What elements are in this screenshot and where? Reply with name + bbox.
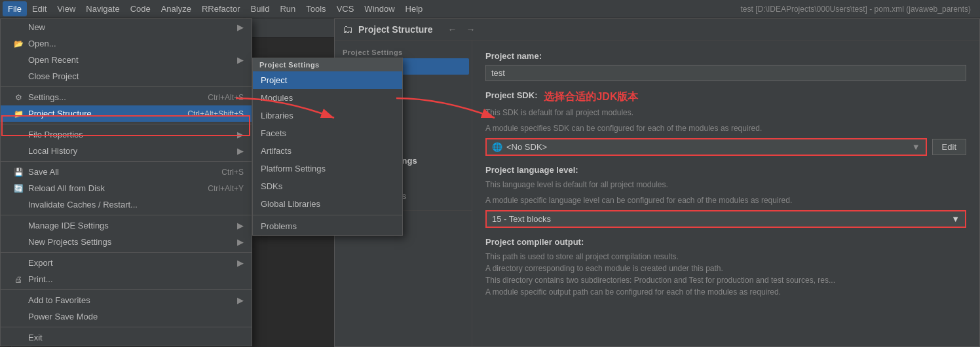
submenu-artifacts[interactable]: Artifacts: [253, 142, 402, 160]
ps-dialog-icon: 🗂: [343, 24, 353, 35]
sdk-select[interactable]: 🌐 <No SDK> ▼: [485, 138, 927, 156]
language-chevron-icon: ▼: [951, 214, 960, 224]
ps-nav-buttons: ← →: [445, 23, 479, 36]
menu-run[interactable]: Run: [274, 1, 301, 16]
arrow-icon: ▶: [237, 295, 244, 305]
language-value: 15 - Text blocks: [492, 214, 551, 224]
sdk-desc1: This SDK is default for all project modu…: [485, 107, 966, 119]
menu-window[interactable]: Window: [359, 1, 400, 16]
sdk-row: 🌐 <No SDK> ▼ Edit: [485, 138, 966, 156]
menubar: File Edit View Navigate Code Analyze RRe…: [0, 0, 980, 18]
menu-save-all[interactable]: 💾 Save All Ctrl+S: [1, 164, 252, 180]
menu-open[interactable]: 📂 Open...: [1, 35, 252, 52]
menu-analyze[interactable]: Analyze: [156, 1, 197, 16]
arrow-icon: ▶: [237, 130, 244, 139]
settings-icon: ⚙: [12, 93, 24, 102]
menu-new[interactable]: New ▶: [1, 19, 252, 35]
compiler-desc1: This path is used to store all project c…: [485, 251, 966, 263]
print-icon: 🖨: [12, 275, 24, 284]
sdk-label: Project SDK:: [485, 90, 537, 100]
menu-invalidate-caches[interactable]: Invalidate Caches / Restart...: [1, 196, 252, 213]
menu-edit[interactable]: Edit: [27, 1, 52, 16]
project-name-label: Project name:: [485, 51, 966, 61]
submenu-libraries[interactable]: Libraries: [253, 107, 402, 124]
menu-help[interactable]: Help: [400, 1, 428, 16]
menu-power-save[interactable]: Power Save Mode: [1, 308, 252, 325]
sdk-edit-button[interactable]: Edit: [932, 139, 966, 155]
menu-project-structure[interactable]: 📁 Project Structure... Ctrl+Alt+Shift+S: [1, 105, 252, 122]
sdk-value: <No SDK>: [506, 142, 547, 152]
language-desc1: This language level is default for all p…: [485, 179, 966, 191]
compiler-desc2: A directory corresponding to each module…: [485, 263, 966, 274]
menu-vcs[interactable]: VCS: [331, 1, 360, 16]
project-structure-icon: 📁: [12, 109, 24, 119]
menu-rrefactor[interactable]: RRefactor: [197, 1, 246, 16]
menu-close-project[interactable]: Close Project: [1, 68, 252, 84]
save-all-icon: 💾: [12, 168, 24, 177]
arrow-icon: ▶: [237, 146, 244, 156]
menu-tools[interactable]: Tools: [301, 1, 331, 16]
sdk-globe-icon: 🌐: [492, 142, 502, 152]
ps-back-btn[interactable]: ←: [445, 23, 461, 36]
reload-icon: 🔄: [12, 184, 24, 193]
separator-7: [1, 327, 252, 327]
compiler-label: Project compiler output:: [485, 237, 966, 247]
arrow-icon: ▶: [237, 258, 244, 268]
separator-6: [1, 289, 252, 290]
window-title: test [D:\IDEAProjects\000Users\test] - p…: [741, 5, 977, 14]
ps-forward-btn[interactable]: →: [463, 23, 479, 36]
menu-exit[interactable]: Exit: [1, 329, 252, 346]
submenu-global-libraries[interactable]: Global Libraries: [253, 195, 402, 213]
arrow-icon: ▶: [237, 22, 244, 32]
menu-export[interactable]: Export ▶: [1, 255, 252, 271]
arrow-icon: ▶: [237, 55, 244, 65]
project-name-input[interactable]: [485, 65, 966, 81]
project-structure-dialog: 🗂 Project Structure ← → Project Settings…: [334, 18, 980, 347]
ps-dialog-title: Project Structure: [358, 24, 433, 35]
sdk-annotation: 选择合适的JDK版本: [544, 90, 638, 104]
menu-print[interactable]: 🖨 Print...: [1, 271, 252, 287]
submenu-sdks[interactable]: SDKs: [253, 177, 402, 195]
sdk-desc2: A module specifies SDK can be configured…: [485, 122, 966, 134]
language-select[interactable]: 15 - Text blocks ▼: [485, 210, 966, 228]
menu-new-projects-settings[interactable]: New Projects Settings ▶: [1, 234, 252, 250]
submenu-header: Project Settings: [253, 58, 402, 71]
language-label: Project language level:: [485, 165, 966, 175]
separator-5: [1, 252, 252, 253]
submenu-platform-header: Platform Settings: [253, 160, 402, 177]
language-desc2: A module specific language level can be …: [485, 194, 966, 206]
menu-manage-ide[interactable]: Manage IDE Settings ▶: [1, 217, 252, 234]
menu-view[interactable]: View: [52, 1, 81, 16]
menu-build[interactable]: Build: [245, 1, 274, 16]
arrow-icon: ▶: [237, 221, 244, 230]
separator-4: [1, 215, 252, 215]
compiler-desc3: This directory contains two subdirectori…: [485, 274, 966, 286]
project-settings-submenu: Project Settings Project Modules Librari…: [252, 58, 403, 236]
menu-navigate[interactable]: Navigate: [81, 1, 124, 16]
menu-file-properties[interactable]: File Properties ▶: [1, 126, 252, 143]
menu-local-history[interactable]: Local History ▶: [1, 143, 252, 159]
menu-settings[interactable]: ⚙ Settings... Ctrl+Alt+S: [1, 89, 252, 105]
ps-header: 🗂 Project Structure ← →: [335, 19, 979, 41]
file-menu-dropdown: New ▶ 📂 Open... Open Recent ▶ Close Proj…: [0, 18, 252, 346]
compiler-desc4: A module specific output path can be con…: [485, 286, 966, 298]
ps-nav-project-settings-label: Project Settings: [335, 46, 472, 58]
menu-add-favorites[interactable]: Add to Favorites ▶: [1, 292, 252, 308]
submenu-sep: [253, 215, 402, 215]
submenu-modules[interactable]: Modules: [253, 89, 402, 107]
ps-body: Project Settings Project Modules Librari…: [335, 41, 979, 346]
sdk-chevron-icon: ▼: [912, 142, 920, 152]
arrow-icon: ▶: [237, 237, 244, 247]
separator-1: [1, 86, 252, 87]
ps-content: Project name: Project SDK: 选择合适的JDK版本 Th…: [472, 41, 979, 346]
separator-3: [1, 161, 252, 162]
menu-file[interactable]: File: [3, 1, 27, 16]
open-icon: 📂: [12, 39, 24, 48]
menu-code[interactable]: Code: [125, 1, 156, 16]
submenu-project[interactable]: Project: [253, 71, 402, 89]
menu-reload[interactable]: 🔄 Reload All from Disk Ctrl+Alt+Y: [1, 180, 252, 196]
submenu-facets[interactable]: Facets: [253, 124, 402, 142]
separator-2: [1, 124, 252, 124]
menu-open-recent[interactable]: Open Recent ▶: [1, 52, 252, 68]
submenu-problems[interactable]: Problems: [253, 217, 402, 235]
